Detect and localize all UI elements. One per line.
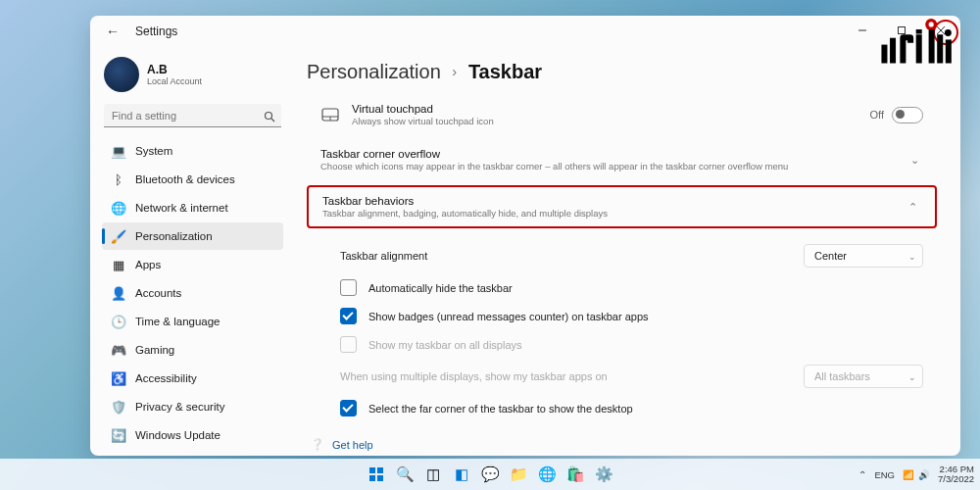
autohide-label: Automatically hide the taskbar — [368, 282, 923, 294]
clock[interactable]: 2:46 PM 7/3/2022 — [938, 465, 974, 485]
multidisplay-label: Show my taskbar on all displays — [368, 339, 923, 351]
breadcrumb-current: Taskbar — [468, 61, 542, 82]
nav-icon: 🌐 — [112, 201, 125, 215]
chevron-down-icon: ⌄ — [908, 372, 916, 382]
svg-rect-18 — [937, 34, 943, 63]
svg-rect-12 — [377, 475, 383, 481]
nav-label: Privacy & security — [135, 401, 224, 413]
virtual-touchpad-toggle[interactable] — [892, 107, 923, 123]
corner-overflow-row[interactable]: Taskbar corner overflow Choose which ico… — [307, 138, 937, 181]
sidebar-item-system[interactable]: 💻System — [102, 137, 283, 165]
edge-icon[interactable]: 🌐 — [535, 463, 559, 486]
nav-label: Apps — [135, 259, 161, 270]
nav-label: Network & internet — [135, 202, 228, 214]
farcorner-label: Select the far corner of the taskbar to … — [368, 403, 923, 415]
main-content: Personalization › Taskbar Virtual touchp… — [291, 47, 960, 456]
minimize-button[interactable] — [843, 16, 882, 45]
breadcrumb: Personalization › Taskbar — [307, 61, 937, 83]
svg-line-5 — [271, 119, 274, 122]
sidebar-item-accessibility[interactable]: ♿Accessibility — [102, 365, 283, 392]
nav-label: Bluetooth & devices — [135, 173, 235, 185]
touchpad-icon — [320, 105, 340, 124]
alignment-label: Taskbar alignment — [340, 250, 804, 262]
svg-rect-11 — [369, 475, 375, 481]
card-subtitle: Choose which icons may appear in the tas… — [320, 161, 895, 172]
nav-icon: 🔄 — [112, 428, 125, 442]
card-subtitle: Always show virtual touchpad icon — [352, 116, 858, 126]
svg-rect-17 — [929, 29, 935, 63]
sidebar-item-windows-update[interactable]: 🔄Windows Update — [102, 421, 283, 449]
windows-taskbar[interactable]: 🔍 ◫ ◧ 💬 📁 🌐 🛍️ ⚙️ ⌃ ENG 📶🔊 2:46 PM 7/3/2… — [0, 459, 980, 490]
nav-icon: 👤 — [112, 286, 125, 300]
alignment-dropdown[interactable]: Center⌄ — [804, 244, 923, 268]
app-title: Settings — [135, 24, 177, 38]
chat-icon[interactable]: 💬 — [478, 463, 502, 486]
avatar — [104, 57, 139, 92]
store-icon[interactable]: 🛍️ — [564, 463, 587, 486]
nav-icon: ᛒ — [112, 172, 125, 186]
watermark-logo — [878, 18, 962, 71]
autohide-checkbox[interactable] — [340, 279, 357, 296]
sidebar-item-privacy-security[interactable]: 🛡️Privacy & security — [102, 393, 283, 420]
svg-point-20 — [945, 29, 952, 36]
search-icon — [264, 109, 275, 126]
language-indicator[interactable]: ENG — [874, 469, 895, 480]
nav-label: Accessibility — [135, 372, 197, 384]
sidebar-item-bluetooth-devices[interactable]: ᛒBluetooth & devices — [102, 166, 283, 193]
badges-checkbox[interactable] — [340, 308, 357, 324]
nav-label: Windows Update — [135, 429, 220, 441]
task-view-icon[interactable]: ◫ — [421, 463, 445, 486]
svg-rect-19 — [946, 39, 952, 63]
search-input[interactable] — [104, 104, 281, 127]
tray-chevron-icon[interactable]: ⌃ — [858, 469, 866, 480]
multidisplay-where-dropdown: All taskbars⌄ — [804, 365, 923, 388]
nav-icon: 🖌️ — [112, 229, 125, 243]
settings-taskbar-icon[interactable]: ⚙️ — [592, 463, 615, 486]
chevron-down-icon: ⌄ — [906, 154, 923, 167]
breadcrumb-parent[interactable]: Personalization — [307, 61, 441, 82]
chevron-right-icon: › — [452, 63, 457, 79]
file-explorer-icon[interactable]: 📁 — [507, 463, 530, 486]
nav-label: Personalization — [135, 230, 213, 242]
nav-label: System — [135, 145, 172, 157]
wifi-icon[interactable]: 📶 — [903, 469, 914, 480]
sidebar-item-time-language[interactable]: 🕒Time & language — [102, 308, 283, 335]
sidebar-item-network-internet[interactable]: 🌐Network & internet — [102, 194, 283, 221]
taskbar-behaviors-header[interactable]: Taskbar behaviors Taskbar alignment, bad… — [307, 185, 937, 228]
account-type: Local Account — [147, 76, 202, 86]
start-button[interactable] — [365, 463, 388, 486]
account-block[interactable]: A.B Local Account — [100, 51, 291, 102]
search-taskbar-icon[interactable]: 🔍 — [393, 463, 416, 486]
nav-list: 💻SystemᛒBluetooth & devices🌐Network & in… — [100, 137, 291, 449]
multidisplay-where-label: When using multiple displays, show my ta… — [340, 370, 804, 382]
sidebar-item-accounts[interactable]: 👤Accounts — [102, 279, 283, 307]
settings-window: ← Settings A.B Local Account 💻SystemᛒBlu… — [90, 16, 960, 456]
card-title: Taskbar corner overflow — [320, 148, 895, 160]
give-feedback-link[interactable]: 📝Give feedback — [311, 455, 937, 456]
sidebar-item-personalization[interactable]: 🖌️Personalization — [102, 222, 283, 250]
chevron-up-icon: ⌃ — [905, 201, 921, 214]
back-button[interactable]: ← — [100, 20, 125, 43]
nav-label: Gaming — [135, 344, 174, 356]
nav-icon: ▦ — [112, 258, 125, 271]
get-help-link[interactable]: ❔Get help — [311, 434, 937, 455]
nav-icon: ♿ — [112, 371, 125, 385]
nav-label: Time & language — [135, 316, 220, 327]
sidebar-item-apps[interactable]: ▦Apps — [102, 251, 283, 278]
sidebar: A.B Local Account 💻SystemᛒBluetooth & de… — [90, 47, 291, 456]
system-tray[interactable]: ⌃ ENG 📶🔊 2:46 PM 7/3/2022 — [858, 465, 974, 485]
nav-icon: 💻 — [112, 144, 125, 158]
svg-point-14 — [929, 22, 934, 26]
nav-label: Accounts — [135, 287, 181, 299]
svg-point-4 — [266, 113, 272, 120]
farcorner-checkbox[interactable] — [340, 400, 357, 416]
svg-rect-10 — [377, 467, 383, 473]
nav-icon: 🕒 — [112, 315, 125, 328]
widgets-icon[interactable]: ◧ — [450, 463, 473, 486]
nav-icon: 🛡️ — [112, 400, 125, 414]
volume-icon[interactable]: 🔊 — [918, 469, 930, 480]
badges-label: Show badges (unread messages counter) on… — [368, 311, 923, 322]
card-subtitle: Taskbar alignment, badging, automaticall… — [322, 208, 905, 219]
sidebar-item-gaming[interactable]: 🎮Gaming — [102, 336, 283, 364]
nav-icon: 🎮 — [112, 343, 125, 357]
